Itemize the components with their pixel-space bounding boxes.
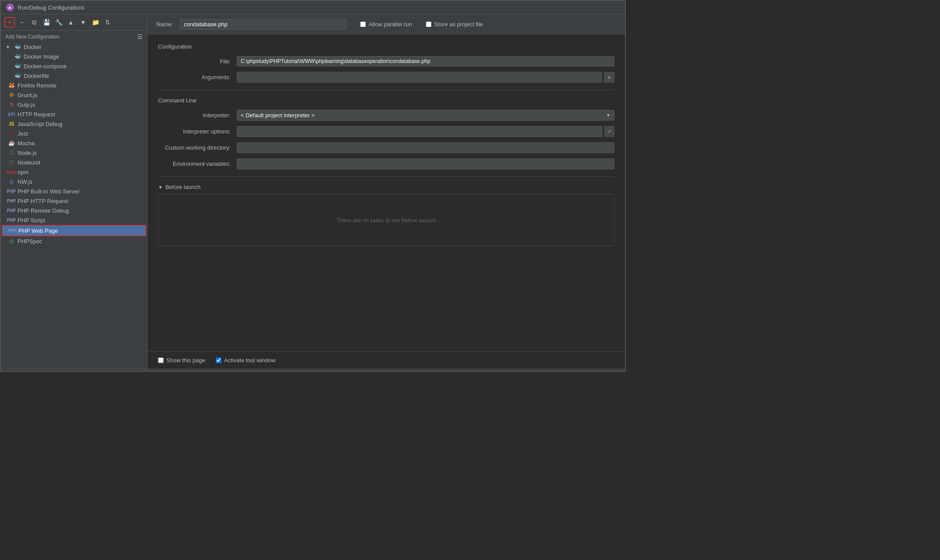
npm-icon: npm bbox=[8, 168, 15, 175]
activate-tool-window-checkbox[interactable] bbox=[216, 357, 221, 363]
env-vars-label: Environment variables: bbox=[158, 161, 237, 167]
tree-label-nodeunit: Nodeunit bbox=[18, 159, 40, 166]
custom-dir-input[interactable] bbox=[237, 142, 614, 153]
sort-button[interactable]: ⇅ bbox=[102, 17, 113, 28]
tree-item-php-remote[interactable]: PHP PHP Remote Debug bbox=[1, 206, 147, 215]
tree-item-nodejs[interactable]: ⬡ Node.js bbox=[1, 148, 147, 158]
store-project-label: Store as project file bbox=[434, 21, 483, 28]
file-row: File: bbox=[158, 56, 614, 66]
tree-item-jest[interactable]: ◎ Jest bbox=[1, 129, 147, 138]
tree-label-firefox: Firefox Remote bbox=[18, 82, 56, 89]
interpreter-dropdown[interactable]: < Default project interpreter > ▼ bbox=[237, 110, 614, 121]
tree-item-firefox[interactable]: 🦊 Firefox Remote bbox=[1, 80, 147, 90]
arguments-add-btn[interactable]: + bbox=[604, 72, 614, 83]
nwjs-icon: ◎ bbox=[8, 178, 15, 185]
tree-item-php-builtin[interactable]: PHP PHP Built-in Web Server bbox=[1, 186, 147, 196]
tree-label-php-http: PHP HTTP Request bbox=[18, 198, 68, 204]
php-webpage-icon: PHP bbox=[9, 227, 16, 234]
remove-button[interactable]: − bbox=[17, 17, 27, 28]
allow-parallel-label: Allow parallel run bbox=[368, 21, 412, 28]
tree-item-php-webpage[interactable]: PHP PHP Web Page bbox=[2, 225, 146, 236]
chevron-right-icon: ▼ bbox=[4, 43, 11, 50]
tree-item-php-script[interactable]: PHP PHP Script bbox=[1, 215, 147, 225]
tree-label-grunt: Grunt.js bbox=[18, 92, 38, 98]
tree-item-phpspec[interactable]: ◎ PHPSpec bbox=[1, 236, 147, 246]
arguments-input-wrapper: + bbox=[237, 72, 614, 83]
store-project-checkbox[interactable] bbox=[426, 21, 431, 27]
section-divider-2 bbox=[158, 176, 614, 177]
before-launch-chevron-icon[interactable]: ▼ bbox=[158, 185, 163, 190]
tree-item-nodeunit[interactable]: ⬡ Nodeunit bbox=[1, 158, 147, 167]
tree-label-nwjs: NW.js bbox=[18, 178, 32, 185]
grunt-icon: ⚙ bbox=[8, 91, 15, 98]
tree-item-gulp[interactable]: ⚙ Gulp.js bbox=[1, 100, 147, 109]
docker-image-icon: 🐳 bbox=[14, 53, 21, 60]
interpreter-options-input[interactable] bbox=[237, 126, 603, 137]
custom-dir-wrapper bbox=[237, 142, 614, 153]
env-vars-wrapper bbox=[237, 158, 614, 169]
main-layout: + − ⧉ 💾 🔧 ▲ ▼ 📁 ⇅ Add New Configuration … bbox=[1, 14, 625, 369]
name-label: Name: bbox=[156, 21, 173, 28]
tree-label-php-webpage: PHP Web Page bbox=[18, 228, 58, 234]
tree-item-docker[interactable]: ▼ 🐳 Docker bbox=[1, 42, 147, 52]
tree-label-mocha: Mocha bbox=[18, 140, 35, 147]
php-builtin-icon: PHP bbox=[8, 188, 15, 195]
tree-label-js-debug: JavaScript Debug bbox=[18, 121, 63, 127]
tree-item-docker-image[interactable]: 🐳 Docker Image bbox=[1, 52, 147, 61]
interpreter-row: Interpreter: < Default project interpret… bbox=[158, 110, 614, 121]
tree-item-http[interactable]: API HTTP Request bbox=[1, 109, 147, 119]
tree-label-dockerfile: Dockerfile bbox=[24, 73, 49, 79]
tree-label-gulp: Gulp.js bbox=[18, 102, 35, 108]
interpreter-options-wrapper: ⤢ bbox=[237, 126, 614, 137]
folder-button[interactable]: 📁 bbox=[90, 17, 101, 28]
js-debug-icon: JS bbox=[8, 120, 15, 127]
interpreter-label: Interpreter: bbox=[158, 112, 237, 119]
config-options-icon: ☰ bbox=[137, 33, 143, 40]
tree-item-php-http[interactable]: PHP PHP HTTP Request bbox=[1, 196, 147, 206]
tree-label-nodejs: Node.js bbox=[18, 150, 37, 156]
tree-label-docker: Docker bbox=[24, 44, 42, 50]
tree-item-js-debug[interactable]: JS JavaScript Debug bbox=[1, 119, 147, 129]
allow-parallel-checkbox[interactable] bbox=[360, 21, 366, 27]
file-input-wrapper bbox=[237, 56, 614, 66]
tree-label-php-script: PHP Script bbox=[18, 217, 45, 224]
tree-label-npm: npm bbox=[18, 169, 28, 175]
add-button[interactable]: + bbox=[4, 17, 15, 28]
interpreter-options-row: Interpreter options: ⤢ bbox=[158, 126, 614, 137]
tree-item-nwjs[interactable]: ◎ NW.js bbox=[1, 177, 147, 186]
php-remote-icon: PHP bbox=[8, 207, 15, 214]
http-icon: API bbox=[8, 111, 15, 118]
wrench-button[interactable]: 🔧 bbox=[53, 17, 64, 28]
show-this-page-checkbox[interactable] bbox=[158, 357, 164, 363]
save-button[interactable]: 💾 bbox=[41, 17, 52, 28]
interpreter-options-expand-btn[interactable]: ⤢ bbox=[604, 126, 614, 137]
arguments-row: Arguments: + bbox=[158, 72, 614, 83]
jest-icon: ◎ bbox=[8, 130, 15, 137]
env-vars-input[interactable] bbox=[237, 158, 614, 169]
file-input[interactable] bbox=[237, 56, 614, 66]
move-up-button[interactable]: ▲ bbox=[66, 17, 76, 28]
interpreter-options-label: Interpreter options: bbox=[158, 128, 237, 135]
show-this-page-group: Show this page bbox=[158, 357, 205, 364]
docker-compose-icon: 🐳 bbox=[14, 63, 21, 70]
move-down-button[interactable]: ▼ bbox=[78, 17, 88, 28]
tree-item-grunt[interactable]: ⚙ Grunt.js bbox=[1, 90, 147, 100]
env-vars-row: Environment variables: bbox=[158, 158, 614, 169]
name-input[interactable] bbox=[180, 19, 346, 30]
arguments-input[interactable] bbox=[237, 72, 602, 83]
command-line-section-title: Command Line bbox=[158, 97, 614, 104]
tree-list: ▼ 🐳 Docker 🐳 Docker Image 🐳 Docker-compo… bbox=[1, 42, 147, 369]
php-http-icon: PHP bbox=[8, 197, 15, 204]
tree-item-mocha[interactable]: ☕ Mocha bbox=[1, 138, 147, 148]
copy-button[interactable]: ⧉ bbox=[29, 17, 39, 28]
tree-item-npm[interactable]: npm npm bbox=[1, 167, 147, 177]
before-launch-title: Before launch bbox=[165, 184, 200, 190]
docker-icon: 🐳 bbox=[14, 43, 21, 50]
phpspec-icon: ◎ bbox=[8, 238, 15, 245]
title-bar-text: Run/Debug Configurations bbox=[18, 4, 84, 11]
mocha-icon: ☕ bbox=[8, 140, 15, 147]
tree-item-dockerfile[interactable]: 🐳 Dockerfile bbox=[1, 71, 147, 80]
before-launch-content: There are no tasks to run before launch bbox=[158, 194, 614, 246]
tree-item-docker-compose[interactable]: 🐳 Docker-compose bbox=[1, 61, 147, 71]
section-divider-1 bbox=[158, 90, 614, 90]
